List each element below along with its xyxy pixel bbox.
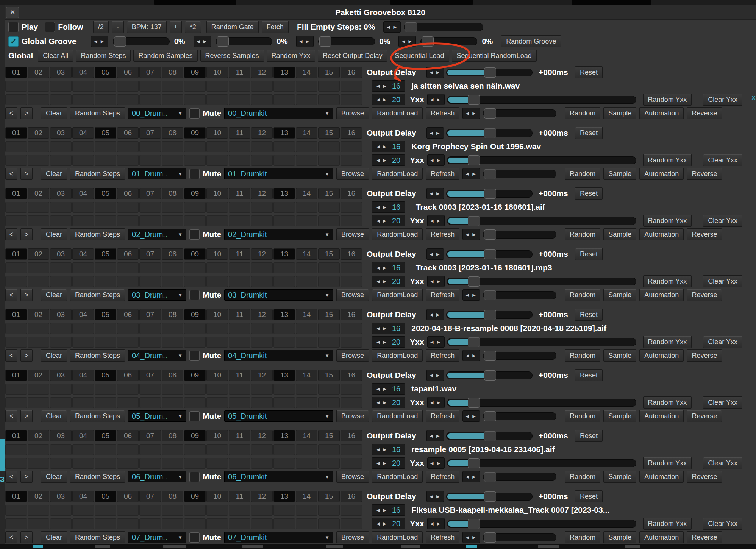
note-cell[interactable] (273, 276, 295, 287)
note-cell[interactable] (72, 262, 94, 273)
note-cell[interactable] (206, 155, 228, 166)
instrument-dropdown[interactable]: 04_Drum.. ▼ (128, 350, 186, 361)
note-cell[interactable] (341, 141, 362, 152)
yxx-value-stepper[interactable]: ◀ ▶ 20 (372, 276, 405, 287)
note-cell[interactable] (139, 337, 161, 348)
next-button[interactable]: > (20, 289, 33, 301)
step-button-01[interactable]: 01 (5, 370, 27, 381)
step-button-15[interactable]: 15 (318, 127, 340, 139)
note-cell[interactable] (50, 81, 72, 92)
volume-stepper[interactable]: ◀ ▶ (462, 289, 480, 301)
note-cell[interactable] (28, 323, 49, 334)
note-cell[interactable] (318, 444, 340, 455)
random-groove-button[interactable]: Random Groove (501, 35, 561, 47)
step-button-06[interactable]: 06 (117, 67, 139, 78)
output-delay-slider[interactable] (446, 371, 533, 379)
step-button-04[interactable]: 04 (72, 188, 94, 199)
mute-checkbox[interactable] (189, 229, 200, 240)
note-cell[interactable] (229, 141, 250, 152)
next-button[interactable]: > (20, 410, 33, 422)
step-button-09[interactable]: 09 (184, 309, 206, 320)
note-cell[interactable] (229, 518, 250, 529)
step-button-15[interactable]: 15 (318, 188, 340, 199)
step-button-12[interactable]: 12 (251, 248, 273, 260)
note-cell[interactable] (95, 276, 116, 287)
step-button-09[interactable]: 09 (184, 127, 206, 139)
step-button-09[interactable]: 09 (184, 430, 206, 441)
note-cell[interactable] (50, 444, 72, 455)
note-cell[interactable] (296, 323, 317, 334)
prev-button[interactable]: < (5, 410, 17, 422)
note-cell[interactable] (28, 262, 49, 273)
yxx-stepper[interactable]: ◀ ▶ (427, 154, 445, 166)
global-clear-all-button[interactable]: Clear All (38, 50, 73, 62)
browse-button[interactable]: Browse (336, 289, 369, 301)
note-cell[interactable] (117, 444, 139, 455)
output-delay-slider[interactable] (446, 311, 533, 319)
note-cell[interactable] (251, 337, 273, 348)
drumkit-dropdown[interactable]: 07_Drumkit ▼ (224, 532, 333, 543)
step-button-11[interactable]: 11 (229, 491, 250, 502)
note-cell[interactable] (50, 505, 72, 516)
note-cell[interactable] (5, 505, 27, 516)
note-cell[interactable] (251, 444, 273, 455)
note-cell[interactable] (50, 337, 72, 348)
note-cell[interactable] (184, 337, 206, 348)
step-button-01[interactable]: 01 (5, 309, 27, 320)
note-cell[interactable] (117, 337, 139, 348)
step-button-09[interactable]: 09 (184, 188, 206, 199)
note-cell[interactable] (229, 323, 250, 334)
note-cell[interactable] (5, 81, 27, 92)
yxx-slider[interactable] (447, 520, 636, 528)
note-cell[interactable] (184, 155, 206, 166)
volume-slider[interactable] (483, 109, 556, 117)
step-button-06[interactable]: 06 (117, 370, 139, 381)
note-cell[interactable] (296, 155, 317, 166)
yxx-value-stepper[interactable]: ◀ ▶ 20 (372, 336, 405, 348)
note-cell[interactable] (117, 276, 139, 287)
next-button[interactable]: > (20, 531, 33, 543)
note-cell[interactable] (72, 202, 94, 213)
reverse-button[interactable]: Reverse (687, 289, 722, 301)
yxx-stepper[interactable]: ◀ ▶ (427, 397, 445, 408)
instrument-dropdown[interactable]: 05_Drum.. ▼ (128, 410, 186, 422)
mute-checkbox[interactable] (189, 472, 200, 482)
output-delay-slider[interactable] (446, 69, 533, 76)
clear-button[interactable]: Clear (41, 349, 67, 362)
randomload-button[interactable]: RandomLoad (372, 349, 423, 362)
step-button-14[interactable]: 14 (296, 491, 317, 502)
step-button-10[interactable]: 10 (206, 370, 228, 381)
note-cell[interactable] (162, 262, 183, 273)
slider-handle[interactable] (484, 67, 496, 78)
note-cell[interactable] (341, 323, 362, 334)
note-cell[interactable] (229, 276, 250, 287)
note-cell[interactable] (318, 262, 340, 273)
step-button-01[interactable]: 01 (5, 430, 27, 441)
step-button-03[interactable]: 03 (50, 67, 72, 78)
automation-button[interactable]: Automation (639, 289, 684, 301)
sample-button[interactable]: Sample (603, 349, 636, 362)
note-cell[interactable] (184, 444, 206, 455)
note-cell[interactable] (251, 155, 273, 166)
note-cell[interactable] (341, 202, 362, 213)
note-cell[interactable] (251, 276, 273, 287)
mute-checkbox[interactable] (189, 290, 200, 300)
note-cell[interactable] (162, 505, 183, 516)
note-cell[interactable] (162, 276, 183, 287)
browse-button[interactable]: Browse (336, 107, 369, 119)
note-cell[interactable] (206, 505, 228, 516)
note-cell[interactable] (28, 155, 49, 166)
groove-stepper[interactable]: ◀ ▶ (91, 36, 108, 47)
note-cell[interactable] (72, 384, 94, 395)
random-button[interactable]: Random (565, 410, 600, 422)
note-cell[interactable] (117, 94, 139, 105)
note-cell[interactable] (95, 141, 116, 152)
step-button-13[interactable]: 13 (273, 370, 295, 381)
step-button-04[interactable]: 04 (72, 67, 94, 78)
refresh-button[interactable]: Refresh (426, 168, 459, 180)
slider-handle[interactable] (484, 128, 496, 138)
note-cell[interactable] (251, 81, 273, 92)
note-cell[interactable] (229, 458, 250, 469)
reset-output-delay-button[interactable]: Reset (575, 187, 603, 200)
note-cell[interactable] (50, 518, 72, 529)
